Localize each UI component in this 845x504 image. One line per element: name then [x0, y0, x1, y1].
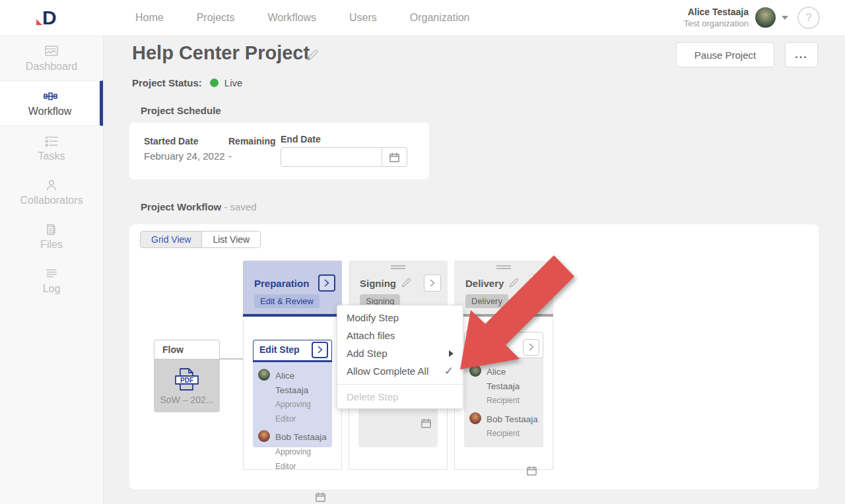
open-phase-button[interactable] [318, 274, 335, 292]
column-header: Delivery Delivery [454, 261, 553, 317]
rename-pencil-icon[interactable] [401, 278, 411, 288]
check-icon: ✓ [444, 364, 454, 378]
sidebar-item-files[interactable]: Files [0, 214, 103, 259]
workflow-column-preparation[interactable]: Preparation Edit & Review Edit Step [243, 261, 342, 470]
step-members: Alice Testaaja Approving Editor Bob Test… [253, 362, 332, 472]
sidebar-item-label: Workflow [28, 106, 72, 117]
drag-handle-icon[interactable] [496, 265, 511, 270]
due-date-calendar-icon[interactable] [526, 465, 537, 476]
log-icon [44, 267, 59, 280]
open-phase-button[interactable] [529, 274, 547, 292]
workflow-icon [43, 90, 57, 103]
step-card-deliver-step[interactable]: Deliver Step Alice Testaaja Recipient [464, 332, 543, 447]
remaining-value: - [228, 150, 281, 162]
sidebar-item-tasks[interactable]: Tasks [0, 126, 103, 170]
started-date-value: February 24, 2022 [144, 150, 228, 162]
due-date-calendar-icon[interactable] [421, 418, 432, 429]
saved-status-text: - saved [221, 201, 256, 212]
chevron-right-icon [323, 279, 330, 287]
step-type-badge: Edit & Review [254, 294, 320, 308]
nav-link-users[interactable]: Users [349, 12, 377, 24]
workflow-panel: Grid View List View Flow PDF SoW – 202..… [129, 224, 819, 489]
logo-letter: D [42, 8, 55, 28]
menu-item-attach-files[interactable]: Attach files [337, 327, 463, 344]
help-icon: ? [806, 12, 812, 24]
nav-link-projects[interactable]: Projects [197, 12, 235, 24]
sidebar: Dashboard Workflow Tasks Collaborators F… [0, 36, 104, 504]
project-status-row: Project Status: Live [132, 77, 242, 88]
page-title: Help Center Project [132, 42, 310, 64]
avatar [258, 369, 270, 381]
sidebar-item-label: Log [43, 283, 61, 294]
step-type-badge: Delivery [465, 294, 508, 308]
step-card-edit-step[interactable]: Edit Step Alice Testaaja Approving Edito… [253, 340, 332, 447]
user-block: Alice Testaaja Test organization [684, 6, 749, 29]
step-title: Deliver Step [471, 336, 523, 358]
brand-logo[interactable]: D [36, 8, 69, 28]
chevron-down-icon[interactable] [782, 16, 788, 20]
pause-project-button[interactable]: Pause Project [676, 42, 774, 67]
nav-user-area: Alice Testaaja Test organization ? [684, 6, 820, 29]
project-workflow-heading: Project Workflow - saved [141, 201, 257, 212]
project-status-label: Project Status: [132, 77, 202, 88]
open-step-button[interactable] [312, 342, 328, 358]
member-row: Alice Testaaja Approving Editor [258, 368, 327, 425]
project-status-value: Live [224, 77, 243, 88]
menu-item-modify-step[interactable]: Modify Step [337, 309, 463, 327]
member-role: Recipient [487, 429, 520, 438]
due-date-calendar-icon[interactable] [315, 491, 326, 503]
nav-links: Home Projects Workflows Users Organizati… [135, 12, 469, 24]
member-role: Recipient [487, 396, 520, 405]
nav-link-organization[interactable]: Organization [410, 12, 470, 24]
tasks-icon [44, 135, 59, 148]
step-title: Edit Step [259, 344, 300, 355]
chevron-right-icon [528, 343, 535, 351]
column-title: Signing [360, 278, 396, 289]
menu-item-add-step[interactable]: Add Step [337, 344, 463, 362]
nav-link-workflows[interactable]: Workflows [267, 12, 316, 24]
grid-view-tab[interactable]: Grid View [141, 232, 202, 247]
chevron-right-icon [317, 346, 323, 354]
logo-accent-triangle [36, 19, 42, 25]
more-options-button[interactable]: ... [785, 42, 818, 67]
sidebar-item-log[interactable]: Log [0, 259, 103, 303]
menu-item-label: Add Step [347, 348, 388, 359]
end-date-calendar-button[interactable] [382, 147, 407, 167]
workflow-heading-text: Project Workflow [141, 201, 221, 212]
user-avatar[interactable] [755, 7, 776, 28]
open-step-button[interactable] [523, 339, 539, 356]
sidebar-item-label: Tasks [38, 150, 65, 162]
collaborators-icon [44, 179, 59, 192]
calendar-icon [389, 152, 400, 163]
chevron-right-icon [429, 279, 436, 287]
project-schedule-heading: Project Schedule [141, 105, 221, 116]
help-button[interactable]: ? [797, 7, 820, 29]
member-name: Bob Testaaja [275, 432, 327, 442]
sidebar-item-dashboard[interactable]: Dashboard [0, 36, 103, 80]
nav-link-home[interactable]: Home [135, 12, 164, 24]
step-card-header: Deliver Step [464, 332, 543, 358]
end-date-block: End Date [281, 136, 407, 166]
rename-pencil-icon[interactable] [508, 278, 519, 288]
submenu-arrow-icon [449, 350, 454, 357]
remaining-block: Remaining - [228, 136, 281, 166]
member-name: Alice Testaaja [275, 371, 308, 395]
dashboard-icon [44, 45, 59, 58]
workflow-column-delivery[interactable]: Delivery Delivery Deliver Step [454, 261, 553, 470]
member-role: Approving Editor [275, 447, 311, 471]
sidebar-item-collaborators[interactable]: Collaborators [0, 170, 103, 214]
drag-handle-icon[interactable] [391, 265, 405, 270]
sidebar-item-label: Collaborators [20, 195, 83, 206]
menu-item-allow-complete-all[interactable]: Allow Complete All ✓ [337, 362, 463, 380]
started-date-label: Started Date [144, 136, 228, 146]
end-date-label: End Date [281, 134, 407, 144]
user-name: Alice Testaaja [684, 6, 749, 18]
member-name: Alice Testaaja [487, 367, 520, 391]
open-phase-button[interactable] [424, 274, 441, 292]
menu-item-delete-step: Delete Step [337, 388, 463, 406]
step-members: Alice Testaaja Recipient Bob Testaaja Re… [464, 358, 543, 440]
sidebar-item-workflow[interactable]: Workflow [0, 80, 103, 126]
flow-card[interactable]: Flow PDF SoW – 202... [154, 340, 220, 412]
edit-title-pencil-icon[interactable] [306, 49, 319, 62]
list-view-tab[interactable]: List View [202, 232, 260, 247]
